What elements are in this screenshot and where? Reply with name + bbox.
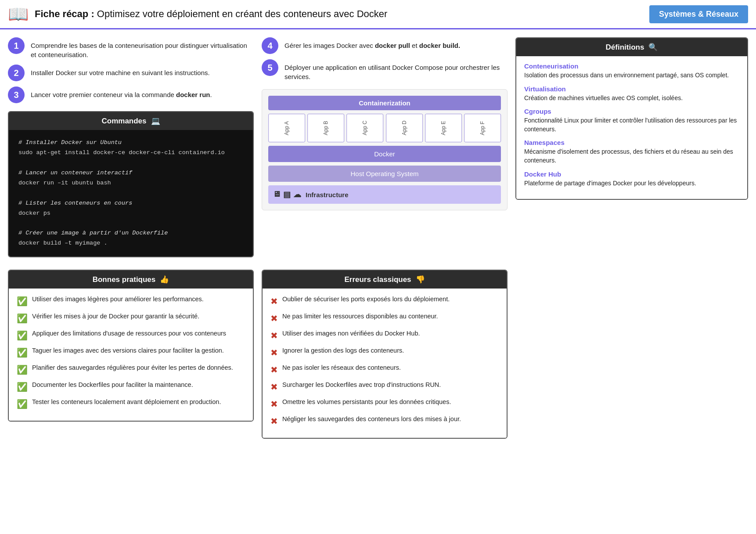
bp-item-3: ✅ Appliquer des limitations d'usage de r… [17, 329, 245, 342]
bp-item-2: ✅ Vérifier les mises à jour de Docker po… [17, 312, 245, 325]
obj-text-5: Déployer une application en utilisant Do… [284, 59, 508, 81]
err-item-3: ✖ Utiliser des images non vérifiées du D… [270, 329, 499, 342]
header-title-rest: Optimisez votre déploiement en créant de… [94, 8, 388, 19]
x-icon-1: ✖ [270, 295, 278, 307]
obj-text-3: Lancer votre premier conteneur via la co… [31, 87, 212, 99]
erreurs-classiques-col: Erreurs classiques 👎 ✖ Oublier de sécuri… [262, 270, 508, 439]
x-icon-4: ✖ [270, 346, 278, 359]
objectives-left: 1 Comprendre les bases de la conteneuris… [8, 37, 254, 103]
bonnes-pratiques-box: Bonnes pratiques 👍 ✅ Utiliser des images… [8, 270, 254, 422]
cmd-line-4: docker run –it ubuntu bash [18, 178, 243, 188]
def-desc-cgroups: Fonctionnalité Linux pour limiter et con… [524, 116, 739, 134]
x-icon-7: ✖ [270, 398, 278, 410]
obj-text-1: Comprendre les bases de la conteneurisat… [31, 37, 254, 59]
diag-apps-row: App A App B App C App D App E App F [268, 114, 501, 142]
check-icon-4: ✅ [17, 346, 28, 359]
bp-text-1: Utiliser des images légères pour amélior… [32, 295, 204, 303]
err-text-6: Surcharger les Dockerfiles avec trop d'i… [282, 380, 441, 389]
diag-app-b: App B [307, 114, 344, 142]
diag-app-e: App E [425, 114, 462, 142]
diag-infra-label: Infrastructure [306, 191, 349, 198]
diag-app-f: App F [464, 114, 501, 142]
definitions-title: Définitions [606, 43, 644, 52]
commands-header: Commandes 💻 [9, 112, 253, 130]
cmd-line-6: docker ps [18, 209, 243, 219]
def-term-cgroups: Cgroups [524, 108, 739, 115]
thumbs-up-icon: 👍 [160, 275, 169, 284]
err-text-2: Ne pas limiter les ressources disponible… [282, 312, 438, 321]
erreurs-classiques-body: ✖ Oublier de sécuriser les ports exposés… [263, 289, 507, 438]
header-title-bold: Fiche récap : [35, 8, 94, 19]
def-desc-conteneurisation: Isolation des processus dans un environn… [524, 71, 739, 80]
err-item-6: ✖ Surcharger les Dockerfiles avec trop d… [270, 380, 499, 393]
header: 📖 Fiche récap : Optimisez votre déploiem… [0, 0, 756, 29]
obj-text-2: Installer Docker sur votre machine en su… [31, 65, 210, 77]
x-icon-2: ✖ [270, 312, 278, 325]
err-item-2: ✖ Ne pas limiter les ressources disponib… [270, 312, 499, 325]
bp-item-4: ✅ Taguer les images avec des versions cl… [17, 346, 245, 359]
obj-number-1: 1 [8, 37, 25, 54]
bp-item-7: ✅ Tester les conteneurs localement avant… [17, 397, 245, 410]
search-icon: 🔍 [648, 43, 658, 52]
bp-item-1: ✅ Utiliser des images légères pour améli… [17, 295, 245, 307]
diag-docker-bar: Docker [268, 146, 501, 162]
err-text-5: Ne pas isoler les réseaux des conteneurs… [282, 363, 401, 372]
thumbs-down-icon: 👎 [416, 275, 425, 284]
commands-body: # Installer Docker sur Ubuntu sudo apt-g… [9, 130, 253, 256]
bottom-col-right-empty [515, 270, 748, 439]
erreurs-classiques-title: Erreurs classiques [344, 275, 411, 284]
header-title: Fiche récap : Optimisez votre déploiemen… [35, 8, 649, 20]
bp-item-5: ✅ Planifier des sauvegardes régulières p… [17, 363, 245, 376]
bp-text-2: Vérifier les mises à jour de Docker pour… [32, 312, 199, 321]
erreurs-classiques-header: Erreurs classiques 👎 [263, 271, 507, 289]
server-icon: ▤ [283, 190, 291, 199]
diag-app-a: App A [268, 114, 305, 142]
err-item-1: ✖ Oublier de sécuriser les ports exposés… [270, 295, 499, 307]
obj-number-4: 4 [262, 37, 278, 54]
containerization-diagram: Containerization App A App B App C App D… [262, 89, 508, 210]
diag-app-d: App D [386, 114, 423, 142]
check-icon-5: ✅ [17, 364, 28, 376]
diag-infra-icons: 🖥 ▤ ☁ [273, 190, 301, 199]
err-item-5: ✖ Ne pas isoler les réseaux des conteneu… [270, 363, 499, 376]
x-icon-3: ✖ [270, 329, 278, 342]
diag-label-containerization: Containerization [268, 96, 501, 110]
x-icon-5: ✖ [270, 364, 278, 376]
obj-number-2: 2 [8, 65, 25, 81]
cmd-line-8: docker build –t myimage . [18, 238, 243, 249]
err-text-4: Ignorer la gestion des logs des conteneu… [282, 346, 404, 355]
col-mid: 4 Gérer les images Docker avec docker pu… [262, 37, 508, 265]
cmd-line-3: # Lancer un conteneur interactif [18, 168, 243, 178]
obj-number-3: 3 [8, 87, 25, 103]
cmd-line-5: # Lister les conteneurs en cours [18, 198, 243, 209]
cloud-icon: ☁ [293, 190, 301, 199]
bonnes-pratiques-title: Bonnes pratiques [93, 275, 156, 284]
header-badge: Systèmes & Réseaux [649, 5, 748, 23]
err-item-8: ✖ Négliger les sauvegardes des conteneur… [270, 415, 499, 427]
err-text-7: Omettre les volumes persistants pour les… [282, 397, 451, 406]
def-term-dockerhub: Docker Hub [524, 170, 739, 178]
cmd-line-7: # Créer une image à partir d'un Dockerfi… [18, 228, 243, 238]
monitor-icon: 🖥 [273, 190, 281, 199]
definitions-body: Conteneurisation Isolation des processus… [516, 56, 747, 199]
def-term-namespaces: Namespaces [524, 139, 739, 146]
definitions-header: Définitions 🔍 [516, 38, 747, 56]
col-left: 1 Comprendre les bases de la conteneuris… [8, 37, 254, 265]
def-term-virtualisation: Virtualisation [524, 85, 739, 93]
def-desc-virtualisation: Création de machines virtuelles avec OS … [524, 94, 739, 103]
check-icon-3: ✅ [17, 329, 28, 342]
err-item-4: ✖ Ignorer la gestion des logs des conten… [270, 346, 499, 359]
objective-3: 3 Lancer votre premier conteneur via la … [8, 87, 254, 103]
definitions-box: Définitions 🔍 Conteneurisation Isolation… [515, 37, 748, 200]
def-desc-dockerhub: Plateforme de partage d'images Docker po… [524, 179, 739, 188]
check-icon-6: ✅ [17, 381, 28, 393]
bp-text-6: Documenter les Dockerfiles pour facilite… [32, 380, 193, 389]
err-text-8: Négliger les sauvegardes des conteneurs … [282, 415, 461, 423]
check-icon-2: ✅ [17, 312, 28, 325]
bp-text-4: Taguer les images avec des versions clai… [32, 346, 224, 355]
bp-text-3: Appliquer des limitations d'usage de res… [32, 329, 226, 338]
check-icon-1: ✅ [17, 295, 28, 307]
def-term-conteneurisation: Conteneurisation [524, 62, 739, 70]
commands-box: Commandes 💻 # Installer Docker sur Ubunt… [8, 111, 254, 257]
objectives-right: 4 Gérer les images Docker avec docker pu… [262, 37, 508, 81]
